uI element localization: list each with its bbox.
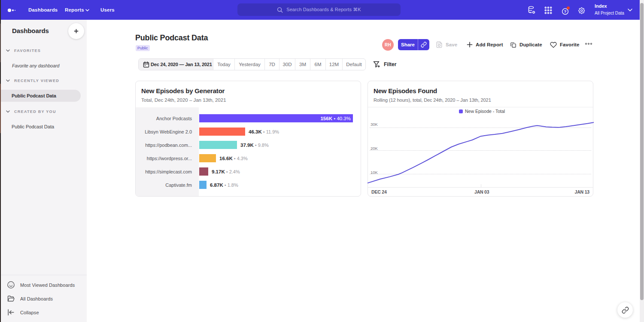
svg-text:?: ? (564, 9, 567, 14)
